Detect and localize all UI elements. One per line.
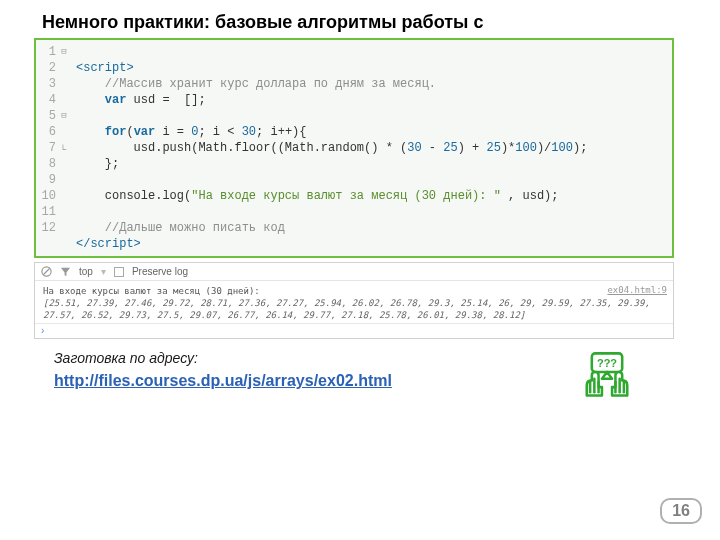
code-string: "На входе курсы валют за месяц (30 дней)…: [191, 189, 501, 203]
ln: 4: [38, 92, 56, 108]
code-text: usd = [];: [126, 93, 205, 107]
question-mark-label: ???: [597, 357, 617, 369]
code-num: 30: [242, 125, 256, 139]
console-line: На входе курсы валют за месяц (30 дней):: [43, 285, 665, 297]
code-comment: //Массив хранит курс доллара по дням за …: [105, 77, 436, 91]
context-selector[interactable]: top: [79, 266, 93, 277]
svg-line-1: [43, 268, 49, 274]
ln: 11: [38, 204, 56, 220]
code-editor: 1 2 3 4 5 6 7 8 9 10 11 12 ⊟ ⊟ ˪ <script…: [34, 38, 674, 258]
console-line: [25.51, 27.39, 27.46, 29.72, 28.71, 27.3…: [43, 297, 665, 321]
code-text: (: [126, 125, 133, 139]
code-text: console.log(: [105, 189, 191, 203]
ln: 6: [38, 124, 56, 140]
question-hands-icon: ???: [580, 350, 634, 404]
ln: 5: [38, 108, 56, 124]
fold-toggle[interactable]: ⊟: [58, 44, 70, 60]
code-text: ; i++){: [256, 125, 306, 139]
code-text: };: [105, 157, 119, 171]
code-text: )/: [537, 141, 551, 155]
code-comment: //Дальше можно писать код: [105, 221, 285, 235]
ln: 10: [38, 188, 56, 204]
fold-end: ˪: [58, 140, 70, 156]
filter-icon[interactable]: [60, 266, 71, 277]
page-number-badge: 16: [660, 498, 702, 524]
code-tag: </script>: [76, 237, 141, 251]
kw-for: for: [105, 125, 127, 139]
code-num: 25: [487, 141, 501, 155]
line-numbers: 1 2 3 4 5 6 7 8 9 10 11 12: [36, 40, 58, 256]
template-caption: Заготовка по адресу:: [54, 350, 198, 366]
chevron-down-icon: ▾: [101, 266, 106, 277]
console-output: ex04.html:9 На входе курсы валют за меся…: [35, 281, 673, 324]
code-num: 30: [407, 141, 421, 155]
preserve-log-label: Preserve log: [132, 266, 188, 277]
code-text: );: [573, 141, 587, 155]
console-source-link[interactable]: ex04.html:9: [607, 284, 667, 296]
code-text: , usd);: [501, 189, 559, 203]
template-link[interactable]: http://files.courses.dp.ua/js/arrays/ex0…: [54, 372, 392, 390]
code-text: usd.push(Math.floor((Math.random() * (: [134, 141, 408, 155]
kw-var: var: [134, 125, 156, 139]
code-num: 100: [515, 141, 537, 155]
code-num: 100: [551, 141, 573, 155]
code-text: ) +: [458, 141, 487, 155]
preserve-log-checkbox[interactable]: [114, 267, 124, 277]
code-num: 25: [443, 141, 457, 155]
ln: 8: [38, 156, 56, 172]
code-text: i =: [155, 125, 191, 139]
code-body: <script> //Массив хранит курс доллара по…: [70, 40, 591, 256]
fold-column: ⊟ ⊟ ˪: [58, 40, 70, 256]
ln: 7: [38, 140, 56, 156]
slide-heading: Немного практики: базовые алгоритмы рабо…: [42, 12, 483, 33]
clear-console-icon[interactable]: [41, 266, 52, 277]
ln: 1: [38, 44, 56, 60]
code-text: ; i <: [198, 125, 241, 139]
code-text: -: [422, 141, 444, 155]
console-toolbar: top ▾ Preserve log: [35, 263, 673, 281]
console-prompt[interactable]: ›: [35, 324, 673, 338]
ln: 12: [38, 220, 56, 236]
fold-toggle[interactable]: ⊟: [58, 108, 70, 124]
kw-var: var: [105, 93, 127, 107]
devtools-console: top ▾ Preserve log ex04.html:9 На входе …: [34, 262, 674, 339]
ln: 9: [38, 172, 56, 188]
code-text: )*: [501, 141, 515, 155]
code-tag: <script>: [76, 61, 134, 75]
ln: 2: [38, 60, 56, 76]
ln: 3: [38, 76, 56, 92]
